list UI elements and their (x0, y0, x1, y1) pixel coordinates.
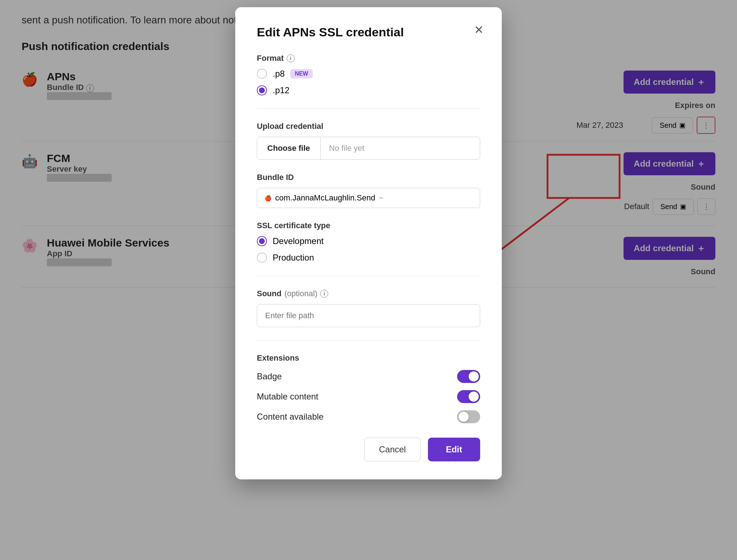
format-label: Format i (257, 54, 480, 63)
choose-file-button[interactable]: Choose file (257, 137, 321, 159)
sound-field-label: Sound (optional) i (257, 289, 480, 298)
ssl-production-radio[interactable] (257, 253, 267, 263)
new-badge: NEW (290, 69, 312, 78)
bundle-id-highlighted (379, 197, 383, 199)
content-available-extension-item: Content available (257, 410, 480, 423)
bundle-id-field-label: Bundle ID (257, 173, 480, 182)
no-file-text: No file yet (321, 137, 373, 159)
format-p8-option[interactable]: .p8 NEW (257, 69, 480, 79)
format-radio-group: .p8 NEW .p12 (257, 69, 480, 95)
modal-overlay: Edit APNs SSL credential ✕ Format i .p8 … (0, 0, 737, 560)
upload-row: Choose file No file yet (257, 137, 480, 160)
extensions-title: Extensions (257, 353, 480, 363)
ssl-development-radio[interactable] (257, 236, 267, 246)
sound-info-icon[interactable]: i (320, 290, 328, 298)
content-available-toggle-knob (459, 412, 469, 422)
apple-icon: 🍎 (264, 195, 272, 202)
format-p12-option[interactable]: .p12 (257, 85, 480, 95)
format-section: Format i .p8 NEW .p12 (257, 54, 480, 95)
upload-label: Upload credential (257, 122, 480, 131)
sound-section: Sound (optional) i (257, 289, 480, 327)
badge-label: Badge (257, 371, 282, 381)
divider-1 (257, 108, 480, 109)
ssl-radio-group: Development Production (257, 236, 480, 263)
format-p12-label: .p12 (273, 85, 290, 95)
format-p8-radio[interactable] (257, 69, 267, 79)
mutable-content-extension-item: Mutable content (257, 390, 480, 403)
bundle-id-section: Bundle ID 🍎 com.JannaMcLaughlin.Send (257, 173, 480, 208)
mutable-content-toggle[interactable] (457, 390, 480, 403)
modal-footer: Cancel Edit (257, 438, 480, 461)
ssl-cert-section: SSL certificate type Development Product… (257, 221, 480, 263)
bundle-id-input-row: 🍎 com.JannaMcLaughlin.Send (257, 188, 480, 208)
mutable-content-label: Mutable content (257, 392, 318, 402)
ssl-development-option[interactable]: Development (257, 236, 480, 246)
modal-title: Edit APNs SSL credential (257, 25, 480, 39)
modal-close-button[interactable]: ✕ (474, 23, 484, 37)
format-info-icon[interactable]: i (287, 54, 295, 62)
sound-input[interactable] (257, 304, 480, 327)
edit-apns-modal: Edit APNs SSL credential ✕ Format i .p8 … (235, 7, 502, 479)
bundle-id-text: com.JannaMcLaughlin.Send (275, 193, 375, 203)
badge-extension-item: Badge (257, 370, 480, 383)
ssl-cert-label: SSL certificate type (257, 221, 480, 230)
upload-section: Upload credential Choose file No file ye… (257, 122, 480, 160)
divider-3 (257, 340, 480, 340)
sound-optional: (optional) (284, 289, 317, 298)
ssl-development-label: Development (273, 236, 323, 246)
cancel-button[interactable]: Cancel (364, 438, 421, 461)
divider-2 (257, 276, 480, 276)
badge-toggle[interactable] (457, 370, 480, 383)
format-p12-radio[interactable] (257, 85, 267, 95)
ssl-production-label: Production (273, 253, 314, 263)
format-p8-label: .p8 (273, 69, 285, 79)
ssl-production-option[interactable]: Production (257, 253, 480, 263)
edit-button[interactable]: Edit (428, 438, 480, 461)
content-available-toggle[interactable] (457, 410, 480, 423)
badge-toggle-knob (469, 371, 479, 381)
mutable-content-toggle-knob (469, 392, 479, 402)
extensions-section: Extensions Badge Mutable content Content… (257, 353, 480, 423)
content-available-label: Content available (257, 412, 323, 422)
